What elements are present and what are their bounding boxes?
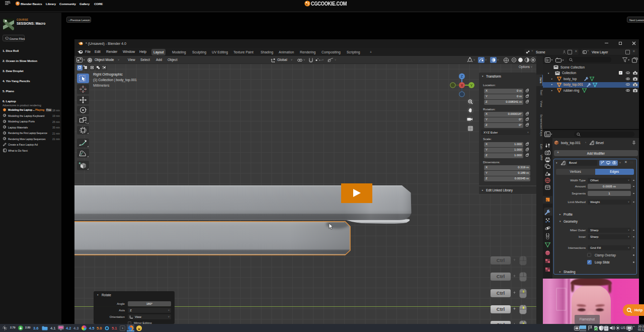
svg-text:X: X: [461, 84, 463, 87]
svg-text:Z: Z: [461, 75, 463, 78]
svg-text:Y: Y: [470, 84, 473, 87]
